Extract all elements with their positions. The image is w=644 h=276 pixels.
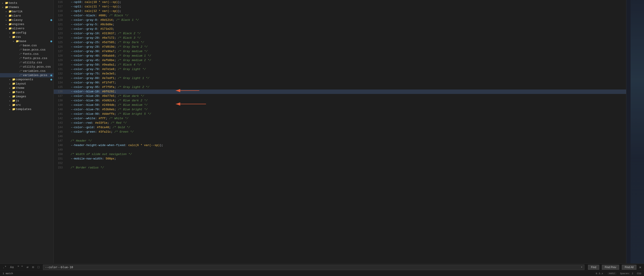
sidebar-item-base-css[interactable]: /*base.css [0, 43, 54, 48]
line-number: 151 [54, 157, 66, 161]
line-row[interactable]: 145 --color--green: #3fa21c; /* Green */ [54, 130, 626, 134]
line-row[interactable]: 152 [54, 161, 626, 166]
line-row[interactable]: 150 /* Width of slide out navigation */ [54, 152, 626, 157]
line-row[interactable]: 140 --color--blue-70: #53b0eb; /* Blue b… [54, 107, 626, 112]
line-content: --color--gray-95: #f7f9fa; /* Gray light… [66, 85, 626, 89]
line-row[interactable]: 126 --color--gray-28: #7d919d; /* Gray D… [54, 45, 626, 49]
file-tree[interactable]: ▸📁tests▾📁themes▸📁bartik▸📁claro▸📁classy▸📁… [0, 0, 54, 264]
line-content: --sp11: calc(11 * var(--sp)); [66, 4, 626, 9]
line-row[interactable]: 125 --color--gray-25: #5d7585; /* Gray D… [54, 40, 626, 45]
folder-icon: 📁 [4, 1, 8, 5]
line-row[interactable]: 147 /* Header */ [54, 139, 626, 143]
sidebar-item-variables-pcss[interactable]: /*variables.pcss [0, 73, 54, 77]
sidebar-item-engines[interactable]: ▸📁engines [0, 22, 54, 26]
line-number: 130 [54, 63, 66, 67]
sidebar-item-base-pcss-css[interactable]: /*base.pcss.css [0, 48, 54, 52]
sidebar-item-classy[interactable]: ▸📁classy [0, 18, 54, 22]
sidebar-item-config[interactable]: ▸📁config [0, 31, 54, 35]
tree-label-classy: classy [12, 18, 50, 22]
line-row[interactable]: 139 --color--blue-50: #2494db; /* Blue m… [54, 103, 626, 107]
sidebar-item-templates[interactable]: ▸📁templates [0, 107, 54, 111]
sidebar-item-js[interactable]: ▸📁js [0, 99, 54, 103]
line-content: --color--gray-45: #afb8be; /* Gray mediu… [66, 58, 626, 63]
find-all-button[interactable]: Find All [622, 265, 636, 270]
line-row[interactable]: 123 --color--gray-10: #313637; /* Black … [54, 31, 626, 36]
sidebar-item-utility-pcss-css[interactable]: /*utility.pcss.css [0, 65, 54, 69]
case-icon[interactable]: Aa [9, 265, 15, 270]
sidebar-item-fonts[interactable]: ▸📁fonts [0, 90, 54, 94]
line-row[interactable]: 122 --color--gray-8: #171e23; [54, 27, 626, 31]
line-row[interactable]: 142 --color--white: #fff; /* White */ [54, 116, 626, 121]
close-find-button[interactable]: ✕ [638, 265, 642, 270]
find-button[interactable]: Find [588, 265, 599, 270]
word-icon[interactable]: " " [16, 265, 24, 270]
sidebar-item-tests[interactable]: ▸📁tests [0, 1, 54, 5]
sidebar-item-layout[interactable]: ▸📁layout [0, 82, 54, 86]
line-row[interactable]: 120 --color--gray-0: #0d1214; /* Black 1… [54, 18, 626, 22]
line-number: 128 [54, 54, 66, 58]
regex-icon[interactable]: .* [2, 265, 8, 270]
tree-label-variables-css: variables.css [23, 69, 54, 73]
sidebar-item-base[interactable]: ▾📁base [0, 39, 54, 43]
line-row[interactable]: 148 --header-height-wide-when-fixed: cal… [54, 143, 626, 148]
selection-icon[interactable]: ⊡ [31, 265, 35, 270]
sidebar-item-utility-css[interactable]: /*utility.css [0, 60, 54, 65]
line-row[interactable]: 130 --color--gray-50: #9ea0a1; /* Black … [54, 63, 626, 67]
line-row[interactable]: 153 /* Border radius */ [54, 166, 626, 170]
sidebar-item-variables-css[interactable]: /*variables.css [0, 69, 54, 73]
search-input[interactable]: --color--blue-10 [45, 266, 581, 269]
line-row[interactable]: 131 --color--gray-70: #d7e1e8; /* Gray l… [54, 67, 626, 72]
line-row[interactable]: 135 --color--gray-95: #f7f9fa; /* Gray l… [54, 85, 626, 89]
line-row[interactable]: 129 --color--gray-45: #afb8be; /* Gray m… [54, 58, 626, 63]
search-dropdown-arrow[interactable]: ▾ [581, 266, 582, 269]
line-row[interactable]: 121 --color--gray-5: #0c0d0e; [54, 22, 626, 27]
sidebar-item-fonts-css[interactable]: /*fonts.css [0, 52, 54, 56]
line-row[interactable]: 137 --color--blue-20: #0d77b5; /* Blue d… [54, 94, 626, 98]
editor-area[interactable]: 116 --sp10: calc(10 * var(--sp));117 --s… [54, 0, 626, 264]
sidebar-item-images[interactable]: ▸📁images [0, 94, 54, 99]
sidebar-item-claro[interactable]: ▸📁claro [0, 14, 54, 18]
line-row[interactable]: 149 [54, 148, 626, 152]
sidebar-item-css[interactable]: ▾📁css [0, 35, 54, 39]
line-row[interactable]: 119 --color--black: #000; /* Black */ [54, 13, 626, 18]
sidebar-item-fonts-pcss-css[interactable]: /*fonts.pcss.css [0, 56, 54, 60]
sidebar-item-themes[interactable]: ▾📁themes [0, 5, 54, 9]
line-row[interactable]: 128 --color--gray-40: #98abb9; /* Gray m… [54, 54, 626, 58]
find-prev-button[interactable]: Find Prev [602, 265, 619, 270]
file-icon: /* [19, 53, 23, 55]
line-row[interactable]: 118 --sp12: calc(12 * var(--sp)); [54, 9, 626, 13]
replace-icon[interactable]: ⇄ [26, 265, 29, 270]
code-lines: 116 --sp10: calc(10 * var(--sp));117 --s… [54, 0, 626, 170]
sidebar-item-src[interactable]: ▸📁src [0, 103, 54, 107]
file-icon: /* [19, 44, 23, 47]
folder-icon: 📁 [15, 39, 19, 43]
line-row[interactable]: 134 --color--gray-90: #f1f4f7; [54, 80, 626, 85]
line-row[interactable]: 127 --color--gray-30: #7e96a7; /* Gray m… [54, 49, 626, 54]
line-row[interactable]: 124 --color--gray-20: #6e7172; /* Black … [54, 36, 626, 40]
line-row[interactable]: 132 --color--gray-75: #e3e3e5; [54, 72, 626, 76]
sidebar-item-theme[interactable]: ▸📁theme [0, 86, 54, 90]
tree-label-fonts-pcss-css: fonts.pcss.css [23, 57, 54, 60]
line-content: --color--blue-10: #0f6292; [66, 89, 626, 94]
main-container: ▸📁tests▾📁themes▸📁bartik▸📁claro▸📁classy▸📁… [0, 0, 644, 264]
line-row[interactable]: 151 --mobile-nav-width: 500px; [54, 157, 626, 161]
line-row[interactable]: 117 --sp11: calc(11 * var(--sp)); [54, 4, 626, 9]
line-number: 122 [54, 27, 66, 31]
line-row[interactable]: 141 --color--blue-90: #ddeffb; /* Blue b… [54, 112, 626, 116]
line-content: --color--black: #000; /* Black */ [66, 13, 626, 18]
sidebar-item-bartik[interactable]: ▸📁bartik [0, 9, 54, 14]
minimap [626, 0, 644, 264]
line-row[interactable]: 144 --color--gold: #fdca40; /* Gold */ [54, 125, 626, 130]
sidebar-item-components[interactable]: ▸📁components [0, 77, 54, 82]
line-row[interactable]: 116 --sp10: calc(10 * var(--sp)); [54, 0, 626, 4]
line-row[interactable]: 136 --color--blue-10: #0f6292; [54, 89, 626, 94]
tree-label-layout: layout [16, 82, 54, 85]
tree-label-base-pcss-css: base.pcss.css [23, 48, 54, 51]
line-row[interactable]: 133 --color--gray-80: #e7edf1; /* Gray l… [54, 76, 626, 80]
line-row[interactable]: 146 [54, 134, 626, 139]
line-row[interactable]: 138 --color--blue-30: #3d92c4; /* Blue d… [54, 98, 626, 103]
tree-label-src: src [16, 103, 54, 107]
line-row[interactable]: 143 --color--red: #e33f1e; /* Red */ [54, 121, 626, 125]
sidebar-item-olivero[interactable]: ▾📁olivero [0, 26, 54, 31]
wrap-icon[interactable]: □ [37, 265, 40, 270]
